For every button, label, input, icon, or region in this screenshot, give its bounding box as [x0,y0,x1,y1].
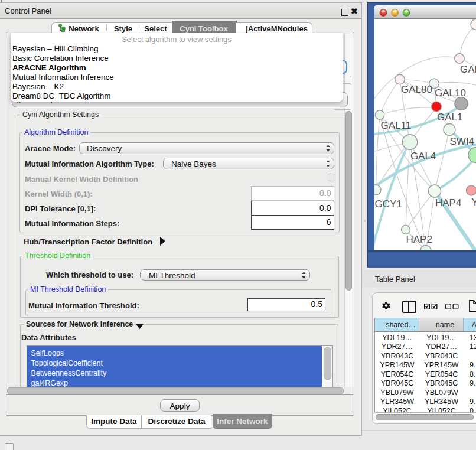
svg-text:GAL4: GAL4 [410,150,436,161]
svg-text:YM: YM [472,197,476,208]
svg-text:GAL11: GAL11 [381,119,412,131]
svg-text:GCY1: GCY1 [375,198,402,210]
svg-text:SWI4: SWI4 [450,135,475,146]
svg-text:GAL2: GAL2 [460,64,476,75]
svg-text:GAL10: GAL10 [435,87,466,98]
svg-text:HAP4: HAP4 [435,197,461,208]
svg-text:HAP2: HAP2 [406,234,432,245]
svg-text:GAL1: GAL1 [437,111,462,122]
svg-text:GAL80: GAL80 [401,83,432,94]
